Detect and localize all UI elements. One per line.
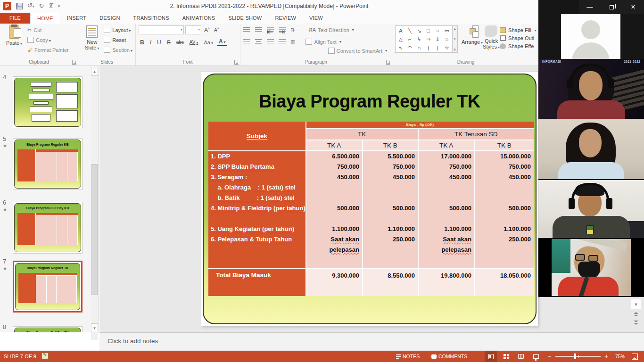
font-color-button[interactable]: A [217,38,227,46]
shapes-gallery-scroll[interactable]: ▴▾▾̱ [453,25,458,53]
slide-sorter-view-button[interactable] [500,351,512,362]
notes-toggle[interactable]: NOTES [396,351,420,362]
slide-table[interactable]: Subjek Biaya – Rp (IDR) TK TK Terusan SD… [208,122,534,296]
slide-thumbnail-8[interactable]: Biaya Program Full Day TK [13,326,83,332]
increase-font-icon[interactable]: A˄ [203,27,211,33]
notes-placeholder[interactable]: Click to add notes [107,337,158,345]
bold-button[interactable]: B [139,39,146,46]
justify-icon[interactable] [279,39,286,45]
decrease-indent-icon[interactable]: ⇤ [267,27,274,33]
align-text-button[interactable]: Align Text [305,37,341,46]
bullets-icon[interactable] [243,27,250,33]
zoom-slider-thumb[interactable] [574,354,576,359]
canvas-scroll-down[interactable]: ▼ [631,299,641,309]
slide-thumbnail-6[interactable]: Biaya Program Full Day KB [13,202,83,254]
next-slide-button[interactable] [633,321,639,326]
shadow-button[interactable]: S [165,39,172,46]
spell-check-icon[interactable] [41,353,49,359]
paragraph-dialog-launcher[interactable] [386,60,390,65]
participant-video-3[interactable] [538,180,644,238]
new-slide-button[interactable]: New Slide [81,25,103,57]
line-shape-icon[interactable]: ╲ [408,27,412,35]
elbow-connector-shape-icon[interactable]: ⌐ [408,35,411,43]
shape-fill-button[interactable]: Shape Fill [500,27,537,33]
participant-video-placeholder[interactable] [561,14,620,59]
arc-shape-icon[interactable]: ◠ [408,44,413,52]
slide-indicator[interactable]: SLIDE 7 OF 9 [4,354,36,359]
line-spacing-icon[interactable]: ⇅≡ [290,27,298,33]
tab-design[interactable]: DESIGN [93,13,126,24]
section-button[interactable]: Section [104,45,132,54]
quick-styles-button[interactable]: Quick Styles [483,25,500,57]
shapes-gallery[interactable]: A╲↘□○▭△⌐↳⇒⇓⌂∿◠∩{}☆ [395,25,453,53]
zoom-out-button[interactable]: − [548,351,552,362]
thumbnails-scroll-down[interactable]: ▼ [91,323,98,332]
zoom-in-button[interactable]: + [604,351,608,362]
slide[interactable]: Biaya Program Reguler TK Subjek Biaya – … [201,72,538,326]
clipboard-dialog-launcher[interactable] [72,60,76,65]
align-left-icon[interactable] [243,39,250,45]
tab-transitions[interactable]: TRANSITIONS [127,13,176,24]
shape-outline-button[interactable]: Shape Outl [500,35,537,41]
rounded-rectangle-shape-icon[interactable]: ▭ [445,27,449,35]
reading-view-button[interactable] [515,351,527,362]
right-arrow-shape-icon[interactable]: ⇒ [426,35,430,43]
tab-home[interactable]: HOME [30,13,60,24]
layout-button[interactable]: Layout [104,25,132,34]
elbow-arrow-shape-icon[interactable]: ↳ [417,35,421,43]
tab-animations[interactable]: ANIMATIONS [176,13,222,24]
italic-button[interactable]: I [149,39,153,46]
notes-pane[interactable]: Click to add notes [99,332,644,351]
tab-file[interactable]: FILE [0,13,30,24]
slide-show-button[interactable] [530,351,542,362]
comments-toggle[interactable]: COMMENTS [431,351,467,362]
close-button[interactable]: × [622,0,644,14]
slide-thumbnail-4[interactable] [13,76,83,128]
tab-view[interactable]: VIEW [303,13,330,24]
left-brace-shape-icon[interactable]: { [428,44,429,52]
line-arrow-shape-icon[interactable]: ↘ [417,27,421,35]
numbering-icon[interactable] [255,27,262,33]
minimize-button[interactable]: — [579,0,601,14]
slide-thumbnail-7-selected[interactable]: Biaya Program Reguler TK [13,261,83,313]
format-painter-button[interactable]: 🖌︎Format Painter [27,45,69,54]
rectangle-shape-icon[interactable]: □ [427,27,430,35]
text-direction-button[interactable]: ⇵AText Direction [308,25,354,34]
font-dialog-launcher[interactable] [234,60,239,65]
thumbnails-scrollbar-thumb[interactable] [91,164,98,295]
zoom-slider-track[interactable] [555,356,601,357]
star-shape-icon[interactable]: ☆ [445,44,449,52]
participant-video-1[interactable]: INFORMASI2021-2022 [538,59,644,119]
align-center-icon[interactable] [255,39,262,45]
underline-button[interactable]: U [156,39,163,46]
decrease-font-icon[interactable]: A˅ [213,27,221,33]
shape-effects-button[interactable]: Shape Effe [500,43,537,49]
arrange-button[interactable]: Arrange [462,25,483,57]
previous-slide-button[interactable] [633,312,639,317]
tab-slide-show[interactable]: SLIDE SHOW [222,13,268,24]
convert-smartart-button[interactable]: Convert to SmartArt [328,46,387,55]
fit-slide-to-window-button[interactable] [632,351,638,362]
paste-button[interactable]: Paste [3,25,25,57]
normal-view-button[interactable] [485,351,497,362]
tab-review[interactable]: REVIEW [268,13,303,24]
zoom-level[interactable]: 75% [615,351,625,362]
align-right-icon[interactable] [267,39,274,45]
reset-button[interactable]: Reset [104,35,132,44]
font-name-combo[interactable] [139,25,184,34]
right-brace-shape-icon[interactable]: } [437,44,438,52]
tab-insert[interactable]: INSERT [60,13,93,24]
down-arrow-shape-icon[interactable]: ⇓ [436,35,440,43]
thumbnails-scroll-up[interactable]: ▲ [91,67,98,76]
freeform-shape-icon[interactable]: ⌂ [445,35,448,43]
character-spacing-button[interactable]: AV [188,40,200,45]
scribble-shape-icon[interactable]: ∿ [398,44,403,52]
participant-video-2[interactable] [538,119,644,179]
cut-button[interactable]: ✂Cut [27,25,69,34]
restore-button[interactable] [601,0,622,14]
triangle-shape-icon[interactable]: △ [399,35,403,43]
slide-thumbnail-5[interactable]: Biaya Program Reguler KB [13,138,83,190]
thumbnails-scrollbar-track[interactable] [91,76,98,340]
strikethrough-button[interactable]: abc [175,40,185,45]
copy-button[interactable]: Copy [27,35,69,44]
